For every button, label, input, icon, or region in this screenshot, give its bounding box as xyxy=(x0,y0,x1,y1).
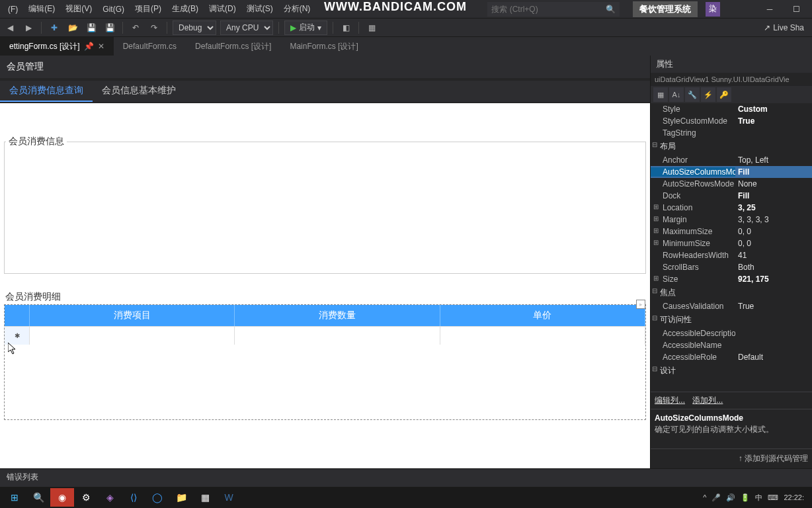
tool-icon-2[interactable]: ▦ xyxy=(364,21,379,35)
clock[interactable]: 22:22: xyxy=(784,493,804,501)
expand-icon[interactable]: ⊞ xyxy=(653,275,659,282)
prop-value[interactable]: Fill xyxy=(735,167,812,177)
live-share-button[interactable]: ↗ Live Sha xyxy=(758,23,809,32)
prop-value[interactable]: 3, 3, 3, 3 xyxy=(735,215,812,224)
taskbar-app-3[interactable]: ▦ xyxy=(193,488,217,507)
taskbar-explorer-icon[interactable]: 📁 xyxy=(169,488,193,507)
properties-grid[interactable]: StyleCustom StyleCustomModeTrue TagStrin… xyxy=(651,103,812,392)
cell[interactable] xyxy=(235,327,440,345)
category-focus[interactable]: 焦点 xyxy=(651,285,812,300)
prop-value[interactable]: True xyxy=(735,302,812,311)
groupbox-consume-info[interactable]: 会员消费信息 xyxy=(4,142,646,274)
menu-edit[interactable]: 编辑(E) xyxy=(23,1,60,17)
menu-view[interactable]: 视图(V) xyxy=(60,1,97,17)
close-icon[interactable]: ✕ xyxy=(98,42,104,51)
edit-columns-link[interactable]: 编辑列... xyxy=(655,396,685,405)
prop-value[interactable]: 41 xyxy=(735,251,812,260)
avatar[interactable]: 染 xyxy=(706,2,720,17)
prop-value[interactable]: 3, 25 xyxy=(735,203,812,212)
menu-project[interactable]: 项目(P) xyxy=(130,1,167,17)
save-all-icon[interactable]: 💾 xyxy=(102,21,117,35)
open-icon[interactable]: 📂 xyxy=(65,21,80,35)
platform-select[interactable]: Any CPU xyxy=(220,21,273,35)
nav-back-icon[interactable]: ◀ xyxy=(3,21,17,35)
tray-volume-icon[interactable]: 🔊 xyxy=(726,493,735,502)
cell[interactable] xyxy=(440,327,645,345)
tab-mainform-design[interactable]: MainForm.cs [设计] xyxy=(280,37,367,56)
prop-value[interactable]: Default xyxy=(735,353,812,362)
search-input[interactable] xyxy=(491,5,606,14)
start-button[interactable]: ▶ 启动 ▾ xyxy=(284,21,327,35)
prop-value[interactable]: Top, Left xyxy=(735,155,812,165)
tray-mic-icon[interactable]: 🎤 xyxy=(711,493,721,502)
col-consume-item[interactable]: 消费项目 xyxy=(30,305,235,326)
prop-value[interactable]: Fill xyxy=(735,191,812,200)
alphabetical-icon[interactable]: A↓ xyxy=(669,87,684,102)
prop-value[interactable] xyxy=(735,341,812,350)
pin-icon[interactable]: 📌 xyxy=(84,42,94,51)
ime-indicator[interactable]: 中 xyxy=(755,493,762,503)
form-canvas[interactable]: 会员消费信息 会员消费明细 ▸ 消费项目 消费数量 单价 ✱ xyxy=(0,103,650,468)
grid-new-row[interactable]: ✱ xyxy=(5,326,645,345)
category-design[interactable]: 设计 xyxy=(651,363,812,378)
events-icon[interactable]: ⚡ xyxy=(701,87,715,102)
tab-settingform[interactable]: ettingForm.cs [设计] 📌 ✕ xyxy=(0,37,114,56)
keyboard-icon[interactable]: ⌨ xyxy=(768,493,778,502)
prop-value[interactable]: 0, 0 xyxy=(735,227,812,236)
maximize-button[interactable]: ☐ xyxy=(783,0,809,19)
menu-analyze[interactable]: 分析(N) xyxy=(278,1,316,17)
tab-defaultform-cs[interactable]: DefaultForm.cs xyxy=(114,37,186,56)
menu-test[interactable]: 测试(S) xyxy=(241,1,278,17)
expand-icon[interactable]: ⊞ xyxy=(653,227,659,234)
tray-chevron-icon[interactable]: ^ xyxy=(703,493,706,501)
category-layout[interactable]: 布局 xyxy=(651,139,812,154)
prop-value[interactable] xyxy=(735,128,812,138)
taskbar-app-1[interactable]: ◉ xyxy=(50,488,74,507)
nav-fwd-icon[interactable]: ▶ xyxy=(21,21,36,35)
minimize-button[interactable]: ─ xyxy=(756,0,783,19)
menu-file[interactable]: (F) xyxy=(3,2,23,17)
prop-value[interactable]: True xyxy=(735,116,812,126)
undo-icon[interactable]: ↶ xyxy=(128,21,143,35)
save-icon[interactable]: 💾 xyxy=(84,21,99,35)
prop-value[interactable]: 0, 0 xyxy=(735,239,812,248)
datagridview[interactable]: ▸ 消费项目 消费数量 单价 ✱ xyxy=(4,304,646,420)
taskbar-word-icon[interactable]: W xyxy=(217,488,241,507)
tool-icon-1[interactable]: ◧ xyxy=(339,21,353,35)
add-column-link[interactable]: 添加列... xyxy=(692,396,723,405)
expand-icon[interactable]: ⊞ xyxy=(653,203,659,210)
selected-object[interactable]: uiDataGridView1 Sunny.UI.UIDataGridVie xyxy=(651,73,812,86)
add-source-control-link[interactable]: ↑ 添加到源代码管理 xyxy=(651,448,812,468)
error-list-tab[interactable]: 错误列表 xyxy=(0,468,812,487)
properties-icon[interactable]: 🔧 xyxy=(685,87,700,102)
search-taskbar-icon[interactable]: 🔍 xyxy=(26,488,50,507)
tab-defaultform-design[interactable]: DefaultForm.cs [设计] xyxy=(186,37,280,56)
categorized-icon[interactable]: ▦ xyxy=(653,87,668,102)
start-menu-icon[interactable]: ⊞ xyxy=(3,488,26,507)
menu-git[interactable]: Git(G) xyxy=(97,2,130,17)
expand-icon[interactable]: ⊞ xyxy=(653,239,659,246)
col-price[interactable]: 单价 xyxy=(440,305,645,326)
col-consume-qty[interactable]: 消费数量 xyxy=(235,305,440,326)
redo-icon[interactable]: ↷ xyxy=(147,21,161,35)
category-accessibility[interactable]: 可访问性 xyxy=(651,312,812,327)
tray-battery-icon[interactable]: 🔋 xyxy=(741,493,750,502)
tab-member-info-maintain[interactable]: 会员信息基本维护 xyxy=(93,81,185,102)
new-file-icon[interactable]: ✚ xyxy=(47,21,61,35)
taskbar-edge-icon[interactable]: ◯ xyxy=(145,488,169,507)
smart-tag-icon[interactable]: ▸ xyxy=(636,300,645,309)
taskbar-vscode-icon[interactable]: ⟨⟩ xyxy=(122,488,145,507)
global-search[interactable]: 🔍 xyxy=(487,2,620,17)
config-select[interactable]: Debug xyxy=(173,21,216,35)
prop-value[interactable] xyxy=(735,329,812,338)
prop-value[interactable]: Custom xyxy=(735,105,812,114)
groupbox-consume-detail[interactable]: 会员消费明细 ▸ 消费项目 消费数量 单价 ✱ xyxy=(4,290,646,422)
taskbar-vs-icon[interactable]: ◈ xyxy=(98,488,122,507)
property-pages-icon[interactable]: 🔑 xyxy=(717,87,731,102)
tab-member-consume-query[interactable]: 会员消费信息查询 xyxy=(0,81,93,102)
menu-debug[interactable]: 调试(D) xyxy=(204,1,241,17)
menu-build[interactable]: 生成(B) xyxy=(167,1,204,17)
prop-value[interactable]: Both xyxy=(735,263,812,272)
prop-value[interactable]: 921, 175 xyxy=(735,275,812,284)
expand-icon[interactable]: ⊞ xyxy=(653,215,659,222)
